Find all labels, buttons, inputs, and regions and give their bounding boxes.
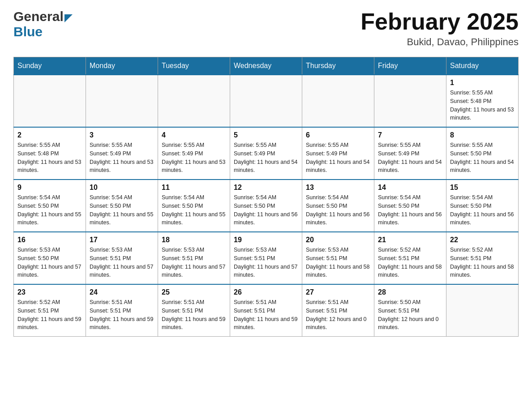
calendar-cell: 2Sunrise: 5:55 AMSunset: 5:48 PMDaylight… (14, 127, 86, 180)
day-number: 12 (234, 184, 298, 192)
weekday-header: Monday (86, 57, 158, 75)
day-info: Sunrise: 5:54 AMSunset: 5:50 PMDaylight:… (162, 193, 226, 227)
day-info: Sunrise: 5:50 AMSunset: 5:51 PMDaylight:… (378, 298, 442, 332)
day-number: 11 (162, 184, 226, 192)
day-info: Sunrise: 5:55 AMSunset: 5:48 PMDaylight:… (17, 141, 82, 175)
calendar-cell: 12Sunrise: 5:54 AMSunset: 5:50 PMDayligh… (230, 180, 302, 232)
day-info: Sunrise: 5:54 AMSunset: 5:50 PMDaylight:… (234, 193, 298, 227)
calendar-cell (374, 75, 446, 127)
day-info: Sunrise: 5:53 AMSunset: 5:51 PMDaylight:… (90, 246, 154, 279)
weekday-header: Tuesday (158, 57, 230, 75)
weekday-header: Wednesday (230, 57, 302, 75)
calendar-cell: 24Sunrise: 5:51 AMSunset: 5:51 PMDayligh… (86, 284, 158, 337)
calendar-cell: 21Sunrise: 5:52 AMSunset: 5:51 PMDayligh… (374, 232, 446, 284)
week-row: 1Sunrise: 5:55 AMSunset: 5:48 PMDaylight… (14, 75, 519, 127)
calendar-cell: 19Sunrise: 5:53 AMSunset: 5:51 PMDayligh… (230, 232, 302, 284)
calendar-cell: 17Sunrise: 5:53 AMSunset: 5:51 PMDayligh… (86, 232, 158, 284)
calendar-cell: 18Sunrise: 5:53 AMSunset: 5:51 PMDayligh… (158, 232, 230, 284)
day-info: Sunrise: 5:55 AMSunset: 5:49 PMDaylight:… (306, 141, 370, 175)
calendar-cell: 5Sunrise: 5:55 AMSunset: 5:49 PMDaylight… (230, 127, 302, 180)
day-number: 19 (234, 236, 298, 244)
day-number: 25 (162, 288, 226, 296)
calendar-cell: 7Sunrise: 5:55 AMSunset: 5:49 PMDaylight… (374, 127, 446, 180)
day-number: 9 (17, 184, 82, 192)
day-number: 2 (17, 131, 82, 139)
page-header: General Blue February 2025 Bukid, Davao,… (13, 9, 519, 48)
calendar-header-row: SundayMondayTuesdayWednesdayThursdayFrid… (14, 57, 519, 75)
calendar-cell (158, 75, 230, 127)
day-number: 10 (90, 184, 154, 192)
calendar-cell: 1Sunrise: 5:55 AMSunset: 5:48 PMDaylight… (446, 75, 519, 127)
weekday-header: Friday (374, 57, 446, 75)
location-title: Bukid, Davao, Philippines (360, 36, 519, 48)
day-number: 15 (450, 184, 515, 192)
day-info: Sunrise: 5:53 AMSunset: 5:50 PMDaylight:… (17, 246, 82, 279)
logo-blue-text: Blue (13, 24, 43, 39)
day-info: Sunrise: 5:54 AMSunset: 5:50 PMDaylight:… (450, 193, 515, 227)
calendar-cell: 25Sunrise: 5:51 AMSunset: 5:51 PMDayligh… (158, 284, 230, 337)
day-number: 24 (90, 288, 154, 296)
day-number: 20 (306, 236, 370, 244)
calendar-cell: 28Sunrise: 5:50 AMSunset: 5:51 PMDayligh… (374, 284, 446, 337)
day-info: Sunrise: 5:52 AMSunset: 5:51 PMDaylight:… (17, 298, 82, 332)
day-number: 14 (378, 184, 442, 192)
calendar-cell: 13Sunrise: 5:54 AMSunset: 5:50 PMDayligh… (302, 180, 374, 232)
calendar-cell: 8Sunrise: 5:55 AMSunset: 5:50 PMDaylight… (446, 127, 519, 180)
calendar-cell: 27Sunrise: 5:51 AMSunset: 5:51 PMDayligh… (302, 284, 374, 337)
calendar-cell: 15Sunrise: 5:54 AMSunset: 5:50 PMDayligh… (446, 180, 519, 232)
day-info: Sunrise: 5:53 AMSunset: 5:51 PMDaylight:… (306, 246, 370, 279)
day-info: Sunrise: 5:55 AMSunset: 5:50 PMDaylight:… (450, 141, 515, 175)
day-number: 27 (306, 288, 370, 296)
day-number: 26 (234, 288, 298, 296)
day-number: 3 (90, 131, 154, 139)
day-info: Sunrise: 5:55 AMSunset: 5:48 PMDaylight:… (450, 89, 515, 122)
day-number: 17 (90, 236, 154, 244)
week-row: 9Sunrise: 5:54 AMSunset: 5:50 PMDaylight… (14, 180, 519, 232)
calendar-cell (230, 75, 302, 127)
day-number: 23 (17, 288, 82, 296)
day-info: Sunrise: 5:55 AMSunset: 5:49 PMDaylight:… (234, 141, 298, 175)
logo-general-text: General (13, 9, 64, 24)
day-info: Sunrise: 5:54 AMSunset: 5:50 PMDaylight:… (90, 193, 154, 227)
day-info: Sunrise: 5:51 AMSunset: 5:51 PMDaylight:… (162, 298, 226, 332)
day-number: 28 (378, 288, 442, 296)
calendar-cell (446, 284, 519, 337)
logo: General Blue (13, 9, 73, 39)
calendar-cell: 11Sunrise: 5:54 AMSunset: 5:50 PMDayligh… (158, 180, 230, 232)
day-info: Sunrise: 5:55 AMSunset: 5:49 PMDaylight:… (378, 141, 442, 175)
svg-marker-0 (64, 14, 73, 22)
calendar-cell: 14Sunrise: 5:54 AMSunset: 5:50 PMDayligh… (374, 180, 446, 232)
day-info: Sunrise: 5:53 AMSunset: 5:51 PMDaylight:… (234, 246, 298, 279)
calendar-cell: 26Sunrise: 5:51 AMSunset: 5:51 PMDayligh… (230, 284, 302, 337)
calendar-cell: 6Sunrise: 5:55 AMSunset: 5:49 PMDaylight… (302, 127, 374, 180)
day-info: Sunrise: 5:54 AMSunset: 5:50 PMDaylight:… (378, 193, 442, 227)
day-info: Sunrise: 5:55 AMSunset: 5:49 PMDaylight:… (162, 141, 226, 175)
day-info: Sunrise: 5:52 AMSunset: 5:51 PMDaylight:… (450, 246, 515, 279)
day-number: 21 (378, 236, 442, 244)
day-info: Sunrise: 5:51 AMSunset: 5:51 PMDaylight:… (306, 298, 370, 332)
calendar-cell: 4Sunrise: 5:55 AMSunset: 5:49 PMDaylight… (158, 127, 230, 180)
day-number: 1 (450, 79, 515, 87)
day-number: 5 (234, 131, 298, 139)
calendar-cell: 22Sunrise: 5:52 AMSunset: 5:51 PMDayligh… (446, 232, 519, 284)
title-block: February 2025 Bukid, Davao, Philippines (360, 9, 519, 48)
week-row: 2Sunrise: 5:55 AMSunset: 5:48 PMDaylight… (14, 127, 519, 180)
calendar-cell: 10Sunrise: 5:54 AMSunset: 5:50 PMDayligh… (86, 180, 158, 232)
weekday-header: Saturday (446, 57, 519, 75)
day-number: 7 (378, 131, 442, 139)
day-number: 18 (162, 236, 226, 244)
day-number: 16 (17, 236, 82, 244)
month-title: February 2025 (360, 9, 519, 34)
day-info: Sunrise: 5:54 AMSunset: 5:50 PMDaylight:… (306, 193, 370, 227)
calendar-cell (86, 75, 158, 127)
weekday-header: Thursday (302, 57, 374, 75)
day-info: Sunrise: 5:53 AMSunset: 5:51 PMDaylight:… (162, 246, 226, 279)
calendar-cell (302, 75, 374, 127)
day-info: Sunrise: 5:51 AMSunset: 5:51 PMDaylight:… (90, 298, 154, 332)
day-info: Sunrise: 5:54 AMSunset: 5:50 PMDaylight:… (17, 193, 82, 227)
day-number: 6 (306, 131, 370, 139)
calendar-table: SundayMondayTuesdayWednesdayThursdayFrid… (13, 57, 519, 337)
calendar-cell: 16Sunrise: 5:53 AMSunset: 5:50 PMDayligh… (14, 232, 86, 284)
day-number: 8 (450, 131, 515, 139)
calendar-cell (14, 75, 86, 127)
